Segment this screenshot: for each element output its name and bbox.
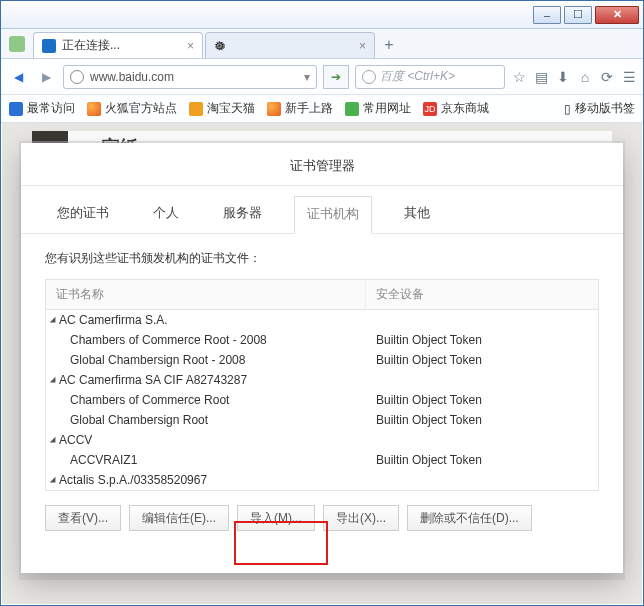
cert-row[interactable]: Global Chambersign Root - 2008Builtin Ob… [46, 350, 598, 370]
bookmark-label: 火狐官方站点 [105, 100, 177, 117]
expand-icon [50, 317, 58, 325]
cert-table: 证书名称 安全设备 AC Camerfirma S.A. Chambers of… [45, 279, 599, 491]
import-button[interactable]: 导入(M)... [237, 505, 315, 531]
tab-your-certs[interactable]: 您的证书 [45, 196, 121, 233]
cert-group[interactable]: Actalis S.p.A./03358520967 [46, 470, 598, 490]
cert-device: Builtin Object Token [366, 333, 598, 347]
firefox-icon [87, 102, 101, 116]
browser-tab-0[interactable]: 正在连接... × [33, 32, 203, 58]
window-minimize-button[interactable]: – [533, 6, 561, 24]
cert-row[interactable]: ACCVRAIZ1Builtin Object Token [46, 450, 598, 470]
bookmarks-bar: 最常访问 火狐官方站点 淘宝天猫 新手上路 常用网址 JD京东商城 ▯移动版书签 [1, 95, 643, 123]
col-security-device[interactable]: 安全设备 [366, 280, 598, 309]
browser-tab-strip: 正在连接... × ⚙ × + [1, 29, 643, 59]
tab-others[interactable]: 其他 [392, 196, 442, 233]
bookmark-taobao[interactable]: 淘宝天猫 [189, 100, 255, 117]
forward-button[interactable]: ▶ [35, 66, 57, 88]
view-button[interactable]: 查看(V)... [45, 505, 121, 531]
dialog-description: 您有识别这些证书颁发机构的证书文件： [21, 234, 623, 279]
tab-label: 正在连接... [62, 37, 120, 54]
search-icon [362, 70, 376, 84]
new-tab-button[interactable]: + [377, 35, 401, 55]
sync-icon[interactable]: ⟳ [599, 69, 615, 85]
group-label: AC Camerfirma SA CIF A82743287 [59, 373, 247, 387]
bookmark-firefox[interactable]: 火狐官方站点 [87, 100, 177, 117]
cert-table-header: 证书名称 安全设备 [46, 280, 598, 310]
cert-row[interactable]: Chambers of Commerce RootBuiltin Object … [46, 390, 598, 410]
reader-icon[interactable]: ▤ [533, 69, 549, 85]
pin-icon[interactable] [9, 36, 25, 52]
bookmark-common[interactable]: 常用网址 [345, 100, 411, 117]
group-label: AC Camerfirma S.A. [59, 313, 168, 327]
tab-servers[interactable]: 服务器 [211, 196, 274, 233]
bookmark-label: 最常访问 [27, 100, 75, 117]
cert-name: Chambers of Commerce Root - 2008 [46, 333, 366, 347]
cert-table-body[interactable]: AC Camerfirma S.A. Chambers of Commerce … [46, 310, 598, 490]
firefox-icon [267, 102, 281, 116]
url-dropdown-icon[interactable]: ▾ [304, 70, 310, 84]
bookmark-label: 新手上路 [285, 100, 333, 117]
expand-icon [50, 377, 58, 385]
tab-authorities[interactable]: 证书机构 [294, 196, 372, 234]
group-label: ACCV [59, 433, 92, 447]
common-icon [345, 102, 359, 116]
bookmark-label: 京东商城 [441, 100, 489, 117]
cert-row[interactable]: Global Chambersign RootBuiltin Object To… [46, 410, 598, 430]
url-go-button[interactable]: ➔ [323, 65, 349, 89]
jd-icon: JD [423, 102, 437, 116]
cert-name: Global Chambersign Root [46, 413, 366, 427]
cert-device: Builtin Object Token [366, 453, 598, 467]
cert-device: Builtin Object Token [366, 353, 598, 367]
dialog-title: 证书管理器 [21, 143, 623, 186]
cert-name: ACCVRAIZ1 [46, 453, 366, 467]
downloads-icon[interactable]: ⬇ [555, 69, 571, 85]
bookmark-label: 移动版书签 [575, 100, 635, 117]
taobao-icon [189, 102, 203, 116]
cert-group[interactable]: ACCV [46, 430, 598, 450]
tab-close-icon[interactable]: × [187, 39, 194, 53]
window-close-button[interactable]: ✕ [595, 6, 639, 24]
cert-device: Builtin Object Token [366, 413, 598, 427]
tab-close-icon[interactable]: × [359, 39, 366, 53]
export-button[interactable]: 导出(X)... [323, 505, 399, 531]
certificate-manager-dialog: 证书管理器 您的证书 个人 服务器 证书机构 其他 您有识别这些证书颁发机构的证… [21, 143, 623, 573]
search-placeholder: 百度 <Ctrl+K> [380, 68, 455, 85]
star-icon[interactable]: ☆ [511, 69, 527, 85]
search-box[interactable]: 百度 <Ctrl+K> [355, 65, 505, 89]
url-text: www.baidu.com [90, 70, 174, 84]
edit-trust-button[interactable]: 编辑信任(E)... [129, 505, 229, 531]
home-icon[interactable]: ⌂ [577, 69, 593, 85]
menu-icon[interactable]: ☰ [621, 69, 637, 85]
bookmark-jd[interactable]: JD京东商城 [423, 100, 489, 117]
delete-distrust-button[interactable]: 删除或不信任(D)... [407, 505, 532, 531]
col-cert-name[interactable]: 证书名称 [46, 280, 366, 309]
back-button[interactable]: ◀ [7, 66, 29, 88]
cert-name: Global Chambersign Root - 2008 [46, 353, 366, 367]
mobile-icon: ▯ [564, 102, 571, 116]
bookmark-newbie[interactable]: 新手上路 [267, 100, 333, 117]
gear-icon: ⚙ [214, 39, 228, 53]
browser-tab-1[interactable]: ⚙ × [205, 32, 375, 58]
bookmark-mostvisited[interactable]: 最常访问 [9, 100, 75, 117]
tab-people[interactable]: 个人 [141, 196, 191, 233]
baidu-favicon-icon [42, 39, 56, 53]
cert-name: Chambers of Commerce Root [46, 393, 366, 407]
bookmark-mobile[interactable]: ▯移动版书签 [564, 100, 635, 117]
cert-row[interactable]: Chambers of Commerce Root - 2008Builtin … [46, 330, 598, 350]
globe-icon [70, 70, 84, 84]
bookmark-label: 淘宝天猫 [207, 100, 255, 117]
group-label: Actalis S.p.A./03358520967 [59, 473, 207, 487]
mostvisited-icon [9, 102, 23, 116]
expand-icon [50, 477, 58, 485]
cert-device: Builtin Object Token [366, 393, 598, 407]
cert-group[interactable]: AC Camerfirma S.A. [46, 310, 598, 330]
cert-group[interactable]: AC Camerfirma SA CIF A82743287 [46, 370, 598, 390]
window-titlebar: – ☐ ✕ [1, 1, 643, 29]
expand-icon [50, 437, 58, 445]
bookmark-label: 常用网址 [363, 100, 411, 117]
url-field[interactable]: www.baidu.com ▾ [63, 65, 317, 89]
url-toolbar: ◀ ▶ www.baidu.com ▾ ➔ 百度 <Ctrl+K> ☆ ▤ ⬇ … [1, 59, 643, 95]
window-maximize-button[interactable]: ☐ [564, 6, 592, 24]
cert-tab-list: 您的证书 个人 服务器 证书机构 其他 [21, 186, 623, 234]
dialog-button-row: 查看(V)... 编辑信任(E)... 导入(M)... 导出(X)... 删除… [21, 491, 623, 531]
